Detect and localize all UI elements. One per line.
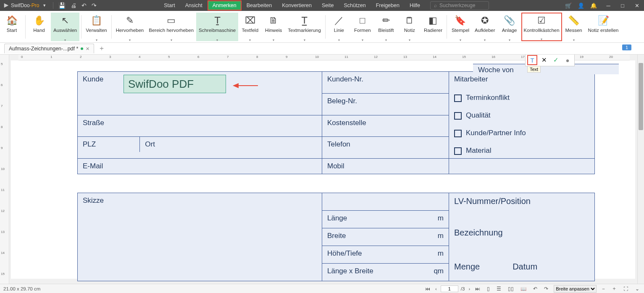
checkbox-partnerinfo[interactable] <box>454 130 462 137</box>
maximize-button[interactable]: □ <box>615 3 630 9</box>
menu-ansicht[interactable]: Ansicht <box>180 0 208 10</box>
tool-manage[interactable]: 📋Verwalten▾ <box>83 13 110 41</box>
page-number-input[interactable] <box>441 285 458 292</box>
last-page-button[interactable]: ⏭ <box>474 286 481 291</box>
field-kostenstelle: Kostenstelle <box>322 115 449 137</box>
menu-freigeben[interactable]: Freigeben <box>371 0 405 10</box>
float-text-button[interactable]: T <box>527 55 537 65</box>
cart-icon[interactable]: 🛒 <box>565 3 572 9</box>
tool-shapes[interactable]: □Formen▾ <box>351 13 374 41</box>
line-icon: ／ <box>334 14 344 27</box>
view-book-icon[interactable]: 📖 <box>519 286 528 292</box>
tool-select[interactable]: ↖Auswählen▾ <box>51 13 79 41</box>
scrollbar-thumb[interactable] <box>639 63 643 130</box>
label-partnerinfo: Kunde/Partner Info <box>466 129 526 137</box>
fullscreen-icon[interactable]: ⛶ <box>622 286 630 291</box>
typewriter-icon: Ṯ <box>215 14 220 27</box>
tool-hint[interactable]: 🗎Hinweis▾ <box>262 13 285 41</box>
field-mitarbeiter: Mitarbeiter <box>454 75 589 84</box>
tool-textmark[interactable]: T̲Textmarkierung▾ <box>285 13 323 41</box>
label-qualitaet: Qualität <box>466 111 491 119</box>
tool-note[interactable]: 🗒Notiz▾ <box>398 13 421 41</box>
tool-start[interactable]: 🏠Start <box>0 13 24 41</box>
document-tab[interactable]: Aufmass-Zeichnungen-...pdf * ✕ <box>4 44 94 53</box>
next-page-button[interactable]: › <box>467 286 471 291</box>
label-terminkonflikt: Terminkonflikt <box>466 94 510 102</box>
menu-anmerken[interactable]: Anmerken <box>208 0 242 10</box>
tool-textfield[interactable]: ⌧Textfeld▾ <box>238 13 262 41</box>
float-cancel-button[interactable]: ✕ <box>539 55 549 65</box>
field-blank <box>322 193 449 211</box>
floating-toolbar: T ✕ ✓ ● Text <box>525 55 575 66</box>
vertical-scrollbar[interactable] <box>637 55 644 284</box>
tool-typewriter[interactable]: ṮSchreibmaschine▾ <box>196 13 238 41</box>
view-single-icon[interactable]: ▯ <box>486 286 491 292</box>
bell-icon[interactable]: 🔔 <box>590 3 597 9</box>
add-tab-button[interactable]: ＋ <box>98 44 105 53</box>
tool-checkbox[interactable]: ☑Kontrollkästchen▾ <box>521 13 562 41</box>
view-two-page-icon[interactable]: ▯▯ <box>507 286 515 292</box>
field-kunden-nr: Kunden-Nr. <box>322 72 449 94</box>
search-tools[interactable]: ⌕ Suchwerkzeuge <box>430 1 489 10</box>
prev-page-button[interactable]: ‹ <box>434 286 438 291</box>
float-check-button[interactable]: ✓ <box>551 55 561 65</box>
form-content: Woche von Kunde Kunden-Nr. Mitarbeiter T… <box>77 71 595 281</box>
save-icon[interactable]: 💾 <box>58 2 66 9</box>
field-breite: Breitem <box>322 228 449 246</box>
document-canvas[interactable]: 0123456789101112131415161718192021 T ✕ ✓… <box>9 55 637 284</box>
tool-stamp[interactable]: 🔖Stempel▾ <box>449 13 472 41</box>
zoom-in-button[interactable]: ＋ <box>610 285 618 292</box>
app-name: SwifDoo-Pro <box>11 3 39 8</box>
rotate-left-icon[interactable]: ↶ <box>532 286 539 292</box>
typewriter-textbox[interactable]: SwifDoo PDF <box>124 75 226 93</box>
title-bar: SwifDoo-Pro ▼ 💾 🖨 ↶ ↷ Start Ansicht Anme… <box>0 0 644 11</box>
tool-area-highlight[interactable]: ▭Bereich hervorheben▾ <box>146 13 196 41</box>
cursor-icon: ↖ <box>61 14 69 27</box>
tab-close-icon[interactable]: ✕ <box>86 46 89 52</box>
undo-icon[interactable]: ↶ <box>81 2 87 9</box>
menu-start[interactable]: Start <box>159 0 180 10</box>
close-button[interactable]: ✕ <box>630 3 644 9</box>
app-logo: SwifDoo-Pro ▼ <box>0 3 51 8</box>
field-strasse: Straße <box>78 115 322 137</box>
zoom-out-button[interactable]: − <box>601 286 606 291</box>
print-icon[interactable]: 🖨 <box>71 2 76 9</box>
tool-create-note[interactable]: 📝Notiz erstellen <box>586 13 621 41</box>
tool-attachment[interactable]: 📎Anlage▾ <box>498 13 521 41</box>
collapse-icon[interactable]: ⌄ <box>634 286 641 292</box>
menu-konvertieren[interactable]: Konvertieren <box>277 0 317 10</box>
rotate-right-icon[interactable]: ↷ <box>543 286 549 292</box>
minimize-button[interactable]: ─ <box>601 3 615 9</box>
svg-marker-1 <box>233 83 239 88</box>
float-dot-button[interactable]: ● <box>563 55 573 65</box>
tool-highlight[interactable]: ✎Hervorheben▾ <box>113 13 146 41</box>
field-email: E-Mail <box>78 159 322 174</box>
field-bezeichnung: Bezeichnung <box>454 228 589 238</box>
first-page-button[interactable]: ⏮ <box>424 286 431 291</box>
menu-schuetzen[interactable]: Schützen <box>339 0 371 10</box>
tool-pencil[interactable]: ✏Bleistift▾ <box>374 13 398 41</box>
tool-measure[interactable]: 📏Messen▾ <box>562 13 586 41</box>
tool-eraser[interactable]: ◧Radierer <box>421 13 445 41</box>
tool-line[interactable]: ／Linie▾ <box>327 13 351 41</box>
tool-sticker[interactable]: ✪Aufkleber▾ <box>472 13 498 41</box>
checkbox-terminkonflikt[interactable] <box>454 94 462 102</box>
pdf-page[interactable]: T ✕ ✓ ● Text Woche von Kunde Kunden-Nr. … <box>11 60 635 279</box>
window-controls: ─ □ ✕ <box>601 3 644 9</box>
menu-seite[interactable]: Seite <box>317 0 339 10</box>
stamp-icon: 🔖 <box>455 14 466 27</box>
tool-hand[interactable]: ✋Hand <box>27 13 51 41</box>
menu-bearbeiten[interactable]: Bearbeiten <box>242 0 277 10</box>
checkbox-material[interactable] <box>454 147 462 155</box>
field-telefon: Telefon <box>322 137 449 159</box>
zoom-fit-select[interactable]: Breite anpassen <box>554 285 597 293</box>
user-icon[interactable]: 👤 <box>578 3 584 9</box>
redo-icon[interactable]: ↷ <box>92 2 97 9</box>
menu-hilfe[interactable]: Hilfe <box>405 0 425 10</box>
checkbox-qualitaet[interactable] <box>454 112 462 120</box>
app-menu-caret-icon[interactable]: ▼ <box>42 3 46 8</box>
home-icon: 🏠 <box>6 14 18 27</box>
page-navigator: ⏮ ‹ /3 › ⏭ <box>424 285 481 292</box>
view-continuous-icon[interactable]: ☰ <box>495 286 502 292</box>
main-menu: Start Ansicht Anmerken Bearbeiten Konver… <box>159 0 425 10</box>
